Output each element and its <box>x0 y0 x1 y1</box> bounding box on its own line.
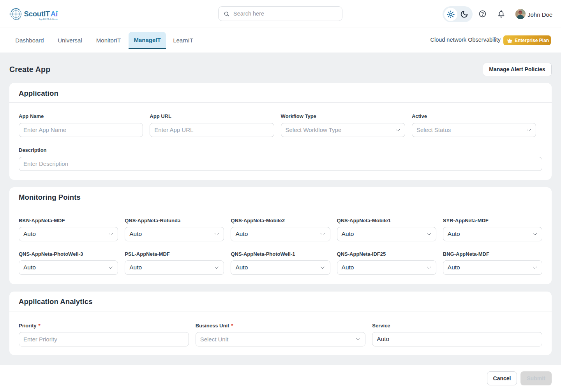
svg-text:ScoutIT: ScoutIT <box>24 10 50 18</box>
svg-text:Ai: Ai <box>51 10 58 18</box>
svg-text:by A&I Solutions: by A&I Solutions <box>39 18 58 21</box>
